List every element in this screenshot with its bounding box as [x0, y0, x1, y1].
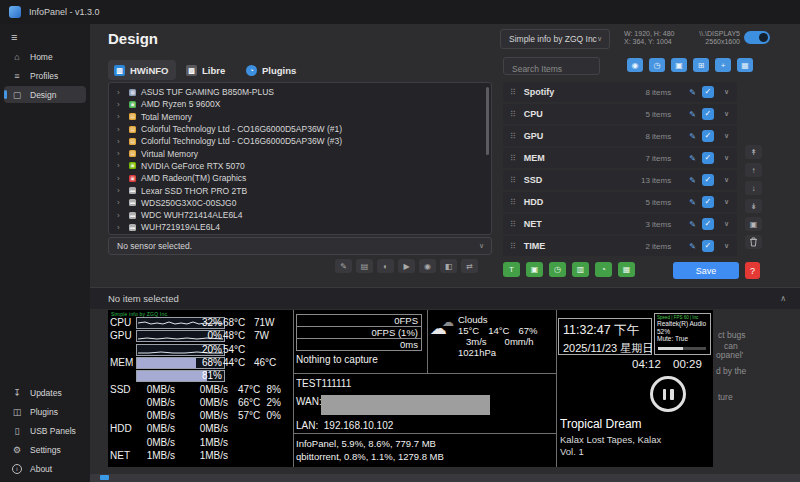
tree-item[interactable]: ›▬WDC WUH721414ALE6L4	[117, 209, 491, 221]
tree-scrollbar[interactable]	[486, 87, 489, 155]
edit-group-icon[interactable]: ✎	[689, 220, 696, 229]
group-row-gpu[interactable]: ⠿GPU8 items✎✓∨	[503, 126, 737, 146]
hamburger-menu-icon[interactable]: ≡	[11, 31, 17, 43]
add-gauge-button[interactable]: ◔	[595, 262, 612, 277]
sensor-select[interactable]: No sensor selected. ∨	[108, 237, 492, 255]
tab-hwinfo[interactable]: ▥ HWiNFO	[108, 60, 176, 80]
drag-handle-icon[interactable]: ⠿	[510, 88, 516, 97]
move-down-button[interactable]: ↓	[745, 181, 762, 195]
drag-handle-icon[interactable]: ⠿	[510, 220, 516, 229]
group-row-cpu[interactable]: ⠿CPU5 items✎✓∨	[503, 104, 737, 124]
edit-group-icon[interactable]: ✎	[689, 154, 696, 163]
tree-item[interactable]: ›▣AMD Radeon(TM) Graphics	[117, 172, 491, 184]
tool-pencil-button[interactable]: ✎	[335, 259, 352, 273]
sidebar-item-updates[interactable]: ↧Updates	[4, 384, 86, 401]
edit-group-icon[interactable]: ✎	[689, 176, 696, 185]
drag-handle-icon[interactable]: ⠿	[510, 242, 516, 251]
tool-palette-button[interactable]: ◐	[377, 259, 394, 273]
group-visible-checkbox[interactable]: ✓	[702, 130, 714, 142]
tree-item[interactable]: ›▤Virtual Memory	[117, 147, 491, 159]
group-row-spotify[interactable]: ⠿Spotify8 items✎✓∨	[503, 82, 737, 102]
drag-handle-icon[interactable]: ⠿	[510, 176, 516, 185]
duplicate-button[interactable]: ▣	[745, 217, 762, 231]
drag-handle-icon[interactable]: ⠿	[510, 110, 516, 119]
drag-handle-icon[interactable]: ⠿	[510, 154, 516, 163]
tree-item[interactable]: ›▬Lexar SSD THOR PRO 2TB	[117, 184, 491, 196]
search-input[interactable]	[504, 61, 599, 77]
group-visible-checkbox[interactable]: ✓	[702, 218, 714, 230]
sidebar-item-about[interactable]: iAbout	[4, 460, 86, 477]
sidebar-item-settings[interactable]: ⚙Settings	[4, 441, 86, 458]
tree-item[interactable]: ›▤Colorful Technology Ltd - CO16G6000D5A…	[117, 123, 491, 135]
delete-button[interactable]	[745, 235, 762, 249]
collapse-chevron-icon[interactable]: ∧	[780, 294, 786, 303]
tab-plugins[interactable]: ◔ Plugins	[240, 60, 306, 80]
tree-item[interactable]: ›▣NVIDIA GeForce RTX 5070	[117, 160, 491, 172]
group-expand-chevron-icon[interactable]: ∨	[724, 242, 729, 250]
group-row-mem[interactable]: ⠿MEM7 items✎✓∨	[503, 148, 737, 168]
group-visible-checkbox[interactable]: ✓	[702, 174, 714, 186]
sidebar-item-home[interactable]: ⌂Home	[4, 48, 86, 65]
group-expand-chevron-icon[interactable]: ∨	[724, 154, 729, 162]
edit-group-icon[interactable]: ✎	[689, 88, 696, 97]
expand-chevron-icon[interactable]: ›	[117, 161, 125, 170]
add-shape-button[interactable]: ▦	[618, 262, 635, 277]
group-expand-chevron-icon[interactable]: ∨	[724, 110, 729, 118]
tree-item[interactable]: ›▤Colorful Technology Ltd - CO16G6000D5A…	[117, 135, 491, 147]
group-visible-checkbox[interactable]: ✓	[702, 152, 714, 164]
position-button[interactable]: +	[715, 58, 731, 72]
tree-item[interactable]: ›▬WDS250G3X0C-00SJG0	[117, 197, 491, 209]
tree-item[interactable]: ›▬WUH721919ALE6L4	[117, 221, 491, 233]
group-expand-chevron-icon[interactable]: ∨	[724, 198, 729, 206]
sidebar-item-design[interactable]: ▢Design	[4, 86, 86, 103]
expand-chevron-icon[interactable]: ›	[117, 211, 125, 220]
group-expand-chevron-icon[interactable]: ∨	[724, 176, 729, 184]
drag-handle-icon[interactable]: ⠿	[510, 198, 516, 207]
display-toggle[interactable]	[744, 31, 770, 44]
sidebar-item-usb-panels[interactable]: ▯USB Panels	[4, 422, 86, 439]
expand-chevron-icon[interactable]: ›	[117, 137, 125, 146]
add-image-button[interactable]: ▣	[526, 262, 543, 277]
expand-chevron-icon[interactable]: ›	[117, 112, 125, 121]
history-button[interactable]: ◷	[649, 58, 665, 72]
group-expand-chevron-icon[interactable]: ∨	[724, 132, 729, 140]
tool-roller-button[interactable]: ▤	[356, 259, 373, 273]
expand-chevron-icon[interactable]: ›	[117, 174, 125, 183]
add-clock-button[interactable]: ◷	[549, 262, 566, 277]
sidebar-item-profiles[interactable]: ≡Profiles	[4, 67, 86, 84]
group-visible-checkbox[interactable]: ✓	[702, 240, 714, 252]
layers-button[interactable]: ▣	[671, 58, 687, 72]
move-bottom-button[interactable]: ↡	[745, 199, 762, 213]
edit-group-icon[interactable]: ✎	[689, 242, 696, 251]
edit-group-icon[interactable]: ✎	[689, 198, 696, 207]
group-expand-chevron-icon[interactable]: ∨	[724, 88, 729, 96]
save-button[interactable]: Save	[673, 262, 739, 279]
group-row-net[interactable]: ⠿NET3 items✎✓∨	[503, 214, 737, 234]
group-visible-checkbox[interactable]: ✓	[702, 196, 714, 208]
group-row-time[interactable]: ⠿TIME2 items✎✓∨	[503, 236, 737, 256]
group-visible-checkbox[interactable]: ✓	[702, 86, 714, 98]
group-row-hdd[interactable]: ⠿HDD5 items✎✓∨	[503, 192, 737, 212]
sidebar-item-plugins[interactable]: ◫Plugins	[4, 403, 86, 420]
expand-chevron-icon[interactable]: ›	[117, 223, 125, 232]
move-top-button[interactable]: ↟	[745, 145, 762, 159]
expand-chevron-icon[interactable]: ›	[117, 88, 125, 97]
pause-button[interactable]	[650, 376, 686, 412]
add-panel-button[interactable]: ⊞	[693, 58, 709, 72]
panels-button[interactable]: ◉	[627, 58, 643, 72]
expand-chevron-icon[interactable]: ›	[117, 149, 125, 158]
tree-item[interactable]: ›▣AMD Ryzen 5 9600X	[117, 98, 491, 110]
expand-chevron-icon[interactable]: ›	[117, 125, 125, 134]
move-up-button[interactable]: ↑	[745, 163, 762, 177]
tool-swap-button[interactable]: ⇄	[461, 259, 478, 273]
tool-cursor-button[interactable]: ▶	[398, 259, 415, 273]
drag-handle-icon[interactable]: ⠿	[510, 132, 516, 141]
group-visible-checkbox[interactable]: ✓	[702, 108, 714, 120]
add-text-button[interactable]: T	[503, 262, 520, 277]
add-chart-button[interactable]: ▥	[572, 262, 589, 277]
tool-bulb-button[interactable]: ◉	[419, 259, 436, 273]
help-button[interactable]: ?	[745, 262, 760, 279]
tree-item[interactable]: ›▤Total Memory	[117, 111, 491, 123]
expand-chevron-icon[interactable]: ›	[117, 198, 125, 207]
tab-libre[interactable]: ▨ Libre	[180, 60, 236, 80]
